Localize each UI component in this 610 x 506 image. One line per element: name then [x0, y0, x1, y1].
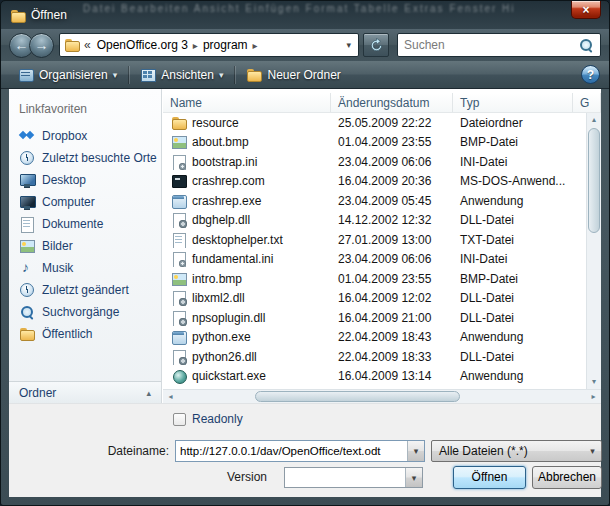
scroll-down-icon[interactable]: ▾	[587, 375, 601, 389]
filename-input[interactable]	[176, 441, 407, 461]
filetype-select[interactable]: Alle Dateien (*.*) ▾	[431, 440, 602, 462]
breadcrumb-item-program[interactable]: program	[201, 38, 250, 52]
forward-button[interactable]: →	[29, 33, 54, 58]
file-list: Name Änderungsdatum Typ G resource 25.05…	[163, 93, 601, 403]
help-icon: ?	[587, 68, 594, 82]
readonly-label[interactable]: Readonly	[192, 412, 243, 426]
file-type: INI-Datei	[453, 252, 573, 266]
file-row[interactable]: quickstart.exe 16.04.2009 13:14 Anwendun…	[163, 367, 586, 387]
horizontal-scrollbar-thumb[interactable]	[255, 391, 460, 402]
file-row[interactable]: python.exe 22.04.2009 18:43 Anwendung	[163, 328, 586, 348]
sidebar-item-desktop[interactable]: Desktop	[9, 169, 161, 191]
column-header-name[interactable]: Name	[163, 93, 331, 112]
views-icon	[140, 67, 156, 83]
file-type: MS-DOS-Anwend...	[453, 174, 573, 188]
column-header-type[interactable]: Typ	[453, 93, 573, 112]
column-header-modified[interactable]: Änderungsdatum	[331, 93, 453, 112]
filename-label: Dateiname:	[67, 440, 169, 462]
file-row[interactable]: libxml2.dll 16.04.2009 12:02 DLL-Datei	[163, 289, 586, 309]
filename-dropdown-button[interactable]: ▾	[407, 441, 424, 461]
sidebar-item-recent-places[interactable]: Zuletzt besuchte Orte	[9, 147, 161, 169]
file-type: Anwendung	[453, 194, 573, 208]
sidebar-item-recently-changed[interactable]: Zuletzt geändert	[9, 279, 161, 301]
readonly-checkbox[interactable]	[173, 413, 186, 426]
app-icon	[10, 8, 26, 24]
file-type: DLL-Datei	[453, 213, 573, 227]
file-row[interactable]: intro.bmp 01.04.2009 23:55 BMP-Datei	[163, 269, 586, 289]
file-name: bootstrap.ini	[192, 155, 257, 169]
horizontal-scrollbar[interactable]: ◂ ▸	[163, 389, 601, 403]
chevron-down-icon: ▾	[113, 70, 118, 80]
chevron-right-icon[interactable]: ▸	[193, 40, 198, 51]
titlebar[interactable]: Datei Bearbeiten Ansicht Einfügen Format…	[1, 1, 609, 29]
scroll-up-icon[interactable]: ▴	[587, 113, 601, 127]
dll-file-icon	[171, 310, 187, 326]
file-date: 01.04.2009 23:55	[331, 135, 453, 149]
file-name: crashrep.com	[192, 174, 265, 188]
close-button[interactable]: ×	[571, 1, 601, 19]
sidebar-item-documents[interactable]: Dokumente	[9, 213, 161, 235]
msdos-application-icon	[171, 173, 187, 189]
column-header-size[interactable]: G	[573, 93, 601, 112]
sidebar-item-searches[interactable]: Suchvorgänge	[9, 301, 161, 323]
file-name: quickstart.exe	[192, 369, 266, 383]
open-button[interactable]: Öffnen	[453, 466, 526, 489]
organize-button[interactable]: Organisieren ▾	[10, 64, 125, 86]
recent-places-icon	[19, 150, 35, 166]
sidebar-item-computer[interactable]: Computer	[9, 191, 161, 213]
help-button[interactable]: ?	[581, 65, 600, 84]
file-row[interactable]: crashrep.com 16.04.2009 20:36 MS-DOS-Anw…	[163, 172, 586, 192]
filetype-dropdown-button[interactable]: ▾	[584, 441, 601, 461]
views-button[interactable]: Ansichten ▾	[132, 64, 231, 86]
breadcrumb[interactable]: « OpenOffice.org 3 ▸ program ▸ ▾	[59, 33, 359, 57]
window-title: Öffnen	[31, 8, 67, 22]
file-row[interactable]: crashrep.exe 23.04.2009 05:45 Anwendung	[163, 191, 586, 211]
vertical-scrollbar-thumb[interactable]	[588, 128, 600, 233]
breadcrumb-item-openoffice[interactable]: OpenOffice.org 3	[95, 38, 190, 52]
version-dropdown-button[interactable]: ▾	[405, 468, 422, 487]
scroll-left-icon[interactable]: ◂	[163, 390, 178, 403]
search-icon[interactable]	[579, 38, 594, 53]
scroll-right-icon[interactable]: ▸	[586, 390, 601, 403]
sidebar-item-pictures[interactable]: Bilder	[9, 235, 161, 257]
ini-file-icon	[171, 154, 187, 170]
file-row[interactable]: desktophelper.txt 27.01.2009 13:00 TXT-D…	[163, 230, 586, 250]
vertical-scrollbar[interactable]: ▴ ▾	[586, 113, 601, 389]
search-input[interactable]	[404, 38, 579, 52]
folders-expander[interactable]: Ordner ▴	[9, 381, 161, 403]
organize-label: Organisieren	[39, 68, 108, 82]
file-name: fundamental.ini	[192, 252, 273, 266]
sidebar-item-label: Musik	[42, 261, 73, 275]
version-select[interactable]: ▾	[284, 467, 423, 488]
chevron-right-icon[interactable]: ▸	[253, 40, 258, 51]
new-folder-icon	[246, 67, 262, 83]
sidebar-item-label: Computer	[42, 195, 95, 209]
back-icon: ←	[15, 37, 29, 53]
file-date: 27.01.2009 13:00	[331, 233, 453, 247]
cancel-button[interactable]: Abbrechen	[532, 466, 602, 489]
file-row[interactable]: dbghelp.dll 14.12.2002 12:32 DLL-Datei	[163, 211, 586, 231]
public-folder-icon	[19, 326, 35, 342]
file-row[interactable]: python26.dll 22.04.2009 18:33 DLL-Datei	[163, 347, 586, 367]
file-date: 01.04.2009 23:55	[331, 272, 453, 286]
toolbar-separator	[128, 66, 129, 84]
file-row[interactable]: fundamental.ini 23.04.2009 06:06 INI-Dat…	[163, 250, 586, 270]
file-name: about.bmp	[192, 135, 249, 149]
file-type: BMP-Datei	[453, 135, 573, 149]
open-file-dialog: Datei Bearbeiten Ansicht Einfügen Format…	[0, 0, 610, 506]
sidebar-item-dropbox[interactable]: Dropbox	[9, 125, 161, 147]
file-date: 23.04.2009 06:06	[331, 252, 453, 266]
file-name: intro.bmp	[192, 272, 242, 286]
breadcrumb-overflow-chevrons[interactable]: «	[83, 38, 92, 52]
file-row[interactable]: resource 25.05.2009 22:22 Dateiordner	[163, 113, 586, 133]
background-window-menu: Datei Bearbeiten Ansicht Einfügen Format…	[83, 3, 513, 14]
file-row[interactable]: bootstrap.ini 23.04.2009 06:06 INI-Datei	[163, 152, 586, 172]
sidebar-item-music[interactable]: Musik	[9, 257, 161, 279]
address-dropdown-button[interactable]: ▾	[343, 40, 354, 50]
sidebar-item-public[interactable]: Öffentlich	[9, 323, 161, 345]
new-folder-button[interactable]: Neuer Ordner	[238, 64, 348, 86]
version-label: Version	[167, 467, 267, 487]
file-row[interactable]: npsoplugin.dll 16.04.2009 21:00 DLL-Date…	[163, 308, 586, 328]
file-row[interactable]: about.bmp 01.04.2009 23:55 BMP-Datei	[163, 133, 586, 153]
refresh-button[interactable]	[363, 33, 389, 57]
